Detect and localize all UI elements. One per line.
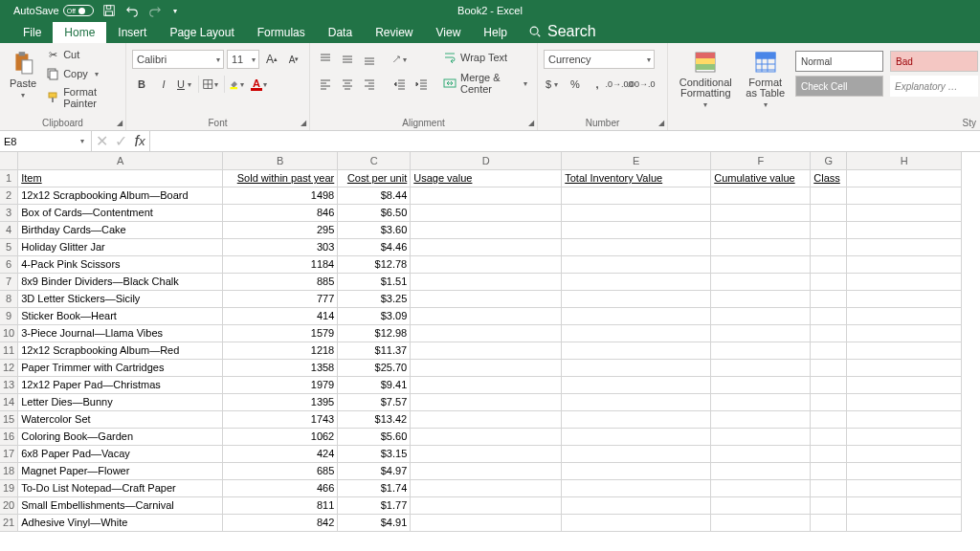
cell[interactable] bbox=[562, 410, 711, 428]
format-painter-button[interactable]: Format Painter bbox=[44, 85, 120, 110]
cell[interactable]: Small Embellishments—Carnival bbox=[18, 496, 223, 514]
tab-help[interactable]: Help bbox=[472, 22, 519, 43]
cell[interactable]: 3-Piece Journal—Llama Vibes bbox=[18, 324, 223, 342]
col-header[interactable]: H bbox=[847, 152, 962, 169]
cell[interactable]: $13.42 bbox=[338, 410, 411, 428]
cell[interactable]: 1218 bbox=[223, 342, 338, 359]
cell[interactable] bbox=[847, 514, 962, 531]
dialog-launcher-icon[interactable]: ◢ bbox=[117, 119, 122, 127]
cell[interactable] bbox=[411, 445, 562, 462]
cell[interactable] bbox=[711, 376, 811, 393]
bold-button[interactable]: B bbox=[132, 75, 151, 94]
cell[interactable] bbox=[562, 462, 711, 479]
cell[interactable] bbox=[711, 273, 811, 290]
fill-color-button[interactable]: ▾ bbox=[228, 75, 247, 94]
cell[interactable]: Total Inventory Value bbox=[562, 169, 711, 187]
col-header[interactable]: F bbox=[711, 152, 811, 169]
col-header[interactable]: E bbox=[562, 152, 711, 169]
col-header[interactable]: C bbox=[338, 152, 411, 169]
cell[interactable] bbox=[811, 290, 847, 307]
col-header[interactable]: B bbox=[223, 152, 338, 169]
cell[interactable] bbox=[811, 324, 847, 342]
conditional-formatting-button[interactable]: Conditional Formatting ▾ bbox=[674, 47, 737, 112]
row-header[interactable]: 14 bbox=[0, 393, 18, 410]
merge-center-button[interactable]: Merge & Center▾ bbox=[441, 71, 531, 96]
grow-font-button[interactable]: A▴ bbox=[262, 50, 281, 69]
cell[interactable] bbox=[811, 187, 847, 204]
tab-review[interactable]: Review bbox=[364, 22, 424, 43]
increase-indent-button[interactable] bbox=[412, 75, 432, 94]
cell[interactable] bbox=[811, 514, 847, 531]
cell[interactable] bbox=[711, 187, 811, 204]
cell[interactable] bbox=[711, 324, 811, 342]
accounting-format-button[interactable]: $▾ bbox=[544, 75, 563, 94]
copy-button[interactable]: Copy▾ bbox=[44, 66, 120, 81]
cell[interactable] bbox=[711, 428, 811, 445]
font-size-combo[interactable]: 11▾ bbox=[227, 50, 259, 69]
tab-page-layout[interactable]: Page Layout bbox=[158, 22, 245, 43]
font-color-button[interactable]: A▾ bbox=[250, 75, 269, 94]
cell[interactable]: 811 bbox=[223, 496, 338, 514]
cell[interactable] bbox=[811, 221, 847, 238]
cell[interactable]: 8x9 Binder Dividers—Black Chalk bbox=[18, 273, 223, 290]
cell[interactable]: $6.50 bbox=[338, 204, 411, 221]
cell[interactable] bbox=[711, 342, 811, 359]
cell[interactable] bbox=[811, 410, 847, 428]
number-format-combo[interactable]: Currency▾ bbox=[544, 50, 655, 69]
italic-button[interactable]: I bbox=[154, 75, 173, 94]
cell[interactable]: 424 bbox=[223, 445, 338, 462]
wrap-text-button[interactable]: Wrap Text bbox=[441, 50, 531, 65]
row-header[interactable]: 9 bbox=[0, 307, 18, 324]
cell[interactable] bbox=[711, 514, 811, 531]
font-name-combo[interactable]: Calibri▾ bbox=[132, 50, 224, 69]
cell[interactable]: $1.74 bbox=[338, 479, 411, 496]
cell[interactable] bbox=[562, 221, 711, 238]
enter-formula-button[interactable]: ✓ bbox=[111, 132, 130, 151]
comma-button[interactable]: , bbox=[588, 75, 607, 94]
cell[interactable]: 295 bbox=[223, 221, 338, 238]
cell[interactable] bbox=[411, 479, 562, 496]
row-header[interactable]: 18 bbox=[0, 462, 18, 479]
tell-me-search[interactable]: Search bbox=[519, 20, 606, 43]
cell[interactable] bbox=[411, 496, 562, 514]
cell[interactable] bbox=[847, 307, 962, 324]
cell[interactable]: 1498 bbox=[223, 187, 338, 204]
cell[interactable] bbox=[811, 273, 847, 290]
format-as-table-button[interactable]: Format as Table ▾ bbox=[741, 47, 790, 112]
cell[interactable]: 842 bbox=[223, 514, 338, 531]
cell[interactable]: $4.46 bbox=[338, 238, 411, 255]
row-header[interactable]: 6 bbox=[0, 255, 18, 273]
tab-view[interactable]: View bbox=[425, 22, 473, 43]
cell[interactable] bbox=[711, 445, 811, 462]
cell[interactable]: 414 bbox=[223, 307, 338, 324]
cell[interactable]: $1.77 bbox=[338, 496, 411, 514]
cell[interactable]: 466 bbox=[223, 479, 338, 496]
row-header[interactable]: 17 bbox=[0, 445, 18, 462]
cell[interactable] bbox=[562, 393, 711, 410]
cell[interactable] bbox=[847, 410, 962, 428]
cell[interactable]: Box of Cards—Contentment bbox=[18, 204, 223, 221]
cell[interactable]: $3.15 bbox=[338, 445, 411, 462]
cell[interactable] bbox=[562, 376, 711, 393]
cell[interactable]: $12.78 bbox=[338, 255, 411, 273]
cell[interactable] bbox=[847, 324, 962, 342]
cell[interactable] bbox=[811, 428, 847, 445]
cell[interactable]: 1579 bbox=[223, 324, 338, 342]
cell[interactable]: $3.25 bbox=[338, 290, 411, 307]
row-header[interactable]: 7 bbox=[0, 273, 18, 290]
cell[interactable] bbox=[847, 496, 962, 514]
cell[interactable] bbox=[847, 169, 962, 187]
cell[interactable]: 12x12 Paper Pad—Christmas bbox=[18, 376, 223, 393]
paste-button[interactable]: Paste ▾ bbox=[6, 47, 40, 101]
tab-file[interactable]: File bbox=[11, 22, 53, 43]
percent-button[interactable]: % bbox=[566, 75, 585, 94]
dialog-launcher-icon[interactable]: ◢ bbox=[301, 119, 306, 127]
dialog-launcher-icon[interactable]: ◢ bbox=[528, 119, 534, 127]
cell[interactable] bbox=[411, 273, 562, 290]
cell[interactable] bbox=[411, 428, 562, 445]
cell[interactable]: $7.57 bbox=[338, 393, 411, 410]
cell[interactable] bbox=[411, 221, 562, 238]
tab-home[interactable]: Home bbox=[53, 22, 106, 43]
cell[interactable]: 885 bbox=[223, 273, 338, 290]
row-header[interactable]: 5 bbox=[0, 238, 18, 255]
